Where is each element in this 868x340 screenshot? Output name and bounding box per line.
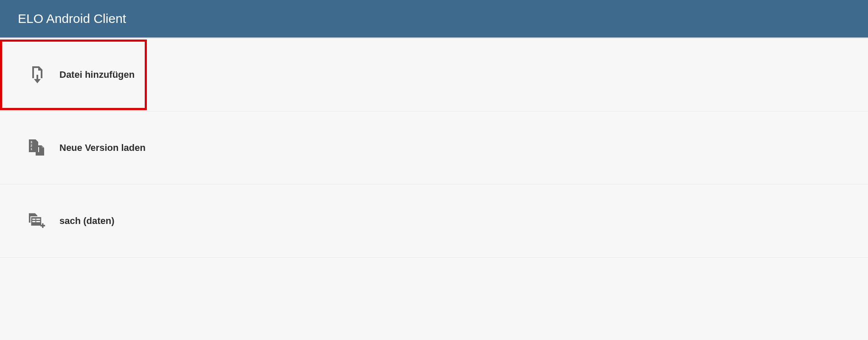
app-title: ELO Android Client <box>18 11 126 26</box>
svg-rect-7 <box>36 221 40 222</box>
list-item-label: Datei hinzufügen <box>59 69 135 80</box>
version-icon: 3 2 1 <box>29 139 46 156</box>
svg-text:1: 1 <box>31 147 32 150</box>
list-item-load-version[interactable]: 3 2 1 Neue Version laden <box>0 111 868 184</box>
action-list: Datei hinzufügen 3 2 1 Neue Version lade… <box>0 38 868 258</box>
list-item-label: Neue Version laden <box>59 142 146 153</box>
svg-text:3: 3 <box>31 141 32 144</box>
add-file-icon <box>29 66 46 83</box>
list-item-add-file[interactable]: Datei hinzufügen <box>0 40 147 110</box>
svg-rect-5 <box>36 218 40 220</box>
list-item-label: sach (daten) <box>59 215 115 227</box>
svg-rect-4 <box>32 218 35 220</box>
svg-rect-6 <box>32 221 35 222</box>
form-add-icon <box>29 212 46 230</box>
svg-text:2: 2 <box>31 144 32 147</box>
list-item-sach-daten[interactable]: sach (daten) <box>0 184 868 258</box>
list-row: Datei hinzufügen <box>0 38 868 111</box>
app-header: ELO Android Client <box>0 0 868 38</box>
